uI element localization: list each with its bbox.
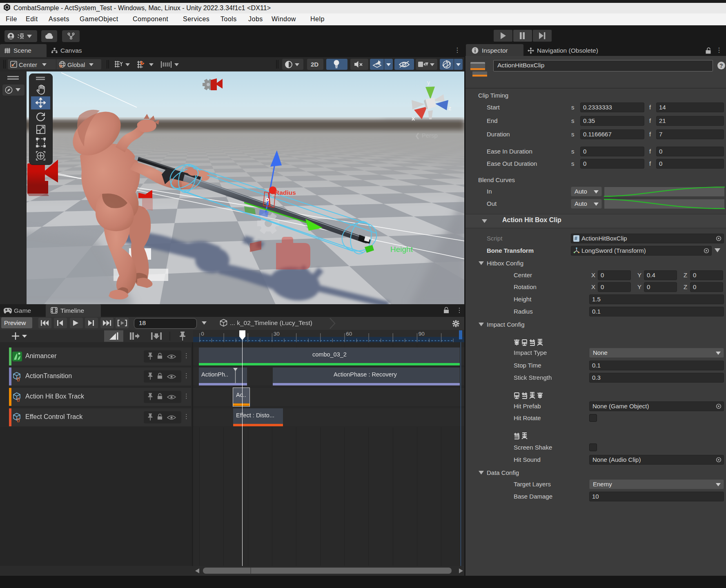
svg-text:Radius: Radius	[275, 189, 296, 196]
svg-text:{}: {}	[17, 418, 20, 422]
svg-text:{}: {}	[17, 397, 20, 402]
svg-text:z: z	[448, 105, 452, 111]
svg-text:Height: Height	[390, 245, 413, 254]
svg-text:❮ Persp: ❮ Persp	[415, 132, 438, 139]
svg-text:y: y	[427, 79, 430, 86]
svg-text:{}: {}	[17, 377, 20, 381]
svg-text:x: x	[412, 115, 415, 122]
